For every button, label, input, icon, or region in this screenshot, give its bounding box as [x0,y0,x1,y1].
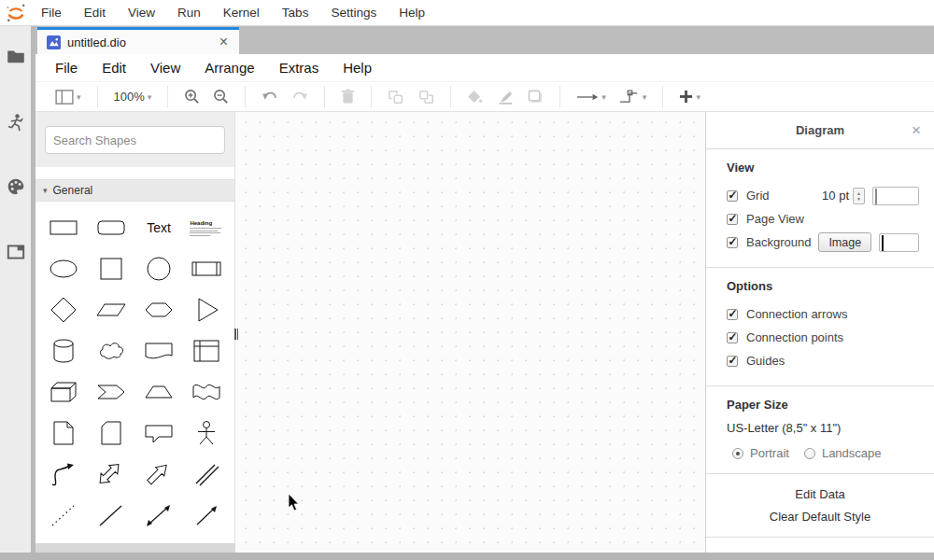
command-palette-icon[interactable] [0,168,31,205]
jl-menu-settings[interactable]: Settings [319,0,388,25]
edit-data-button[interactable]: Edit Data [706,487,934,501]
to-front-icon [388,89,404,105]
section-general-label: General [53,184,93,197]
undo-button[interactable] [257,89,283,105]
panel-actions: Edit Data Clear Default Style [706,474,934,538]
shape-bidirectional-arrow[interactable] [87,454,134,495]
jl-menu-view[interactable]: View [117,0,166,25]
diagram-canvas[interactable] [235,112,705,553]
format-panel: Diagram × View Grid 10 pt ▲▼ Page View B… [705,112,934,553]
jl-menu-edit[interactable]: Edit [73,0,117,25]
line-color-button[interactable] [491,88,519,106]
tab-close-icon[interactable]: × [216,34,232,50]
grid-size-stepper[interactable]: ▲▼ [853,188,865,204]
shape-diamond[interactable] [39,289,87,330]
landscape-radio[interactable] [804,448,815,459]
portrait-radio[interactable] [732,448,743,459]
running-sessions-icon[interactable] [0,105,31,142]
insert-button[interactable]: ▾ [674,88,705,105]
zoom-out-button[interactable] [208,87,234,106]
shape-cube[interactable] [39,371,87,413]
shape-note[interactable] [39,413,87,454]
dio-menu-help[interactable]: Help [331,54,384,81]
background-checkbox[interactable] [727,237,738,248]
portrait-label: Portrait [750,446,789,460]
connection-arrows-checkbox[interactable] [727,309,738,320]
tab-untitled-dio[interactable]: untitled.dio × [37,27,239,54]
line-color-icon [496,90,515,105]
dio-menu-file[interactable]: File [43,54,90,81]
shape-internal-storage[interactable] [183,330,231,371]
to-back-button[interactable] [413,87,439,107]
open-tabs-icon[interactable] [0,233,31,271]
shape-rounded-rectangle[interactable] [87,207,134,248]
view-heading: View [727,161,925,175]
to-front-button[interactable] [383,87,409,107]
shape-line[interactable] [87,495,134,536]
jl-menu-file[interactable]: File [30,0,73,25]
shape-parallelogram[interactable] [87,289,134,330]
shape-hexagon[interactable] [135,289,183,330]
jl-menu-tabs[interactable]: Tabs [271,0,320,25]
dio-menu-arrange[interactable]: Arrange [192,54,266,81]
toolbar-separator [97,86,98,108]
shape-directional-connector[interactable] [183,495,231,536]
file-browser-icon[interactable] [0,37,31,75]
shape-trapezoid[interactable] [135,371,183,413]
background-color-swatch[interactable] [879,233,919,252]
shadow-button[interactable] [523,88,548,106]
shape-bidirectional-connector[interactable] [135,495,183,536]
shape-dashed-line[interactable] [39,495,87,536]
background-image-button[interactable]: Image [818,232,871,252]
shape-textbox[interactable]: Heading [183,207,231,248]
shape-link[interactable] [183,454,231,495]
zoom-out-icon [213,89,229,105]
dio-menu-view[interactable]: View [138,54,192,81]
jl-menu-run[interactable]: Run [166,0,212,25]
connection-arrow-icon [576,92,599,102]
shape-ellipse[interactable] [39,248,87,289]
jl-menu-help[interactable]: Help [388,0,436,25]
redo-button[interactable] [287,89,313,105]
delete-button[interactable] [336,87,360,106]
grid-color-swatch[interactable] [872,187,919,205]
shape-process[interactable] [183,248,231,289]
connection-style-button[interactable]: ▾ [572,91,611,104]
guides-checkbox[interactable] [727,356,738,367]
clear-default-style-button[interactable]: Clear Default Style [706,510,934,524]
shape-actor[interactable] [183,413,231,454]
shape-triangle[interactable] [183,289,231,330]
shape-rectangle[interactable] [39,207,87,248]
connection-points-checkbox[interactable] [727,332,738,343]
page-view-row: Page View [727,207,925,231]
paper-size-value[interactable]: US-Letter (8,5" x 11") [727,421,925,435]
grid-checkbox[interactable] [727,190,738,202]
shape-text[interactable]: Text [135,207,183,248]
dio-menu-edit[interactable]: Edit [90,54,138,81]
shape-circle[interactable] [135,248,183,289]
shape-callout[interactable] [135,413,183,454]
page-view-checkbox[interactable] [727,214,738,225]
shape-step[interactable] [87,371,134,413]
dio-menu-extras[interactable]: Extras [267,54,332,81]
search-shapes-input[interactable] [53,133,218,147]
shape-cylinder[interactable] [39,330,87,371]
shape-square[interactable] [87,248,134,289]
panel-close-icon[interactable]: × [912,121,921,140]
fill-color-button[interactable] [462,88,488,106]
zoom-in-button[interactable] [179,87,205,106]
search-box[interactable] [45,126,225,154]
zoom-level-button[interactable]: 100% ▾ [109,88,157,105]
shape-curve[interactable] [39,454,87,495]
shape-cloud[interactable] [87,330,134,371]
shape-arrow[interactable] [135,454,183,495]
section-general[interactable]: ▾ General [35,179,234,202]
shape-tape[interactable] [183,371,231,413]
sidebar-collapse-handle[interactable] [233,326,240,343]
shape-card[interactable] [87,413,134,454]
sidebar-scrollbar[interactable] [35,543,235,553]
waypoint-style-button[interactable]: ▾ [615,88,652,106]
page-view-button[interactable]: ▾ [50,88,86,106]
jl-menu-kernel[interactable]: Kernel [212,0,271,25]
shape-document[interactable] [135,330,183,371]
